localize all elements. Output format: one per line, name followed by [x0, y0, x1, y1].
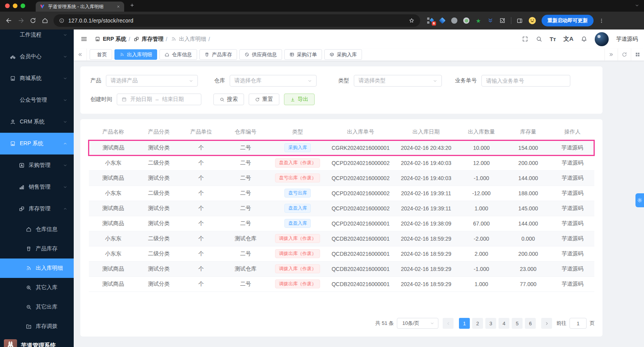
page-number-button[interactable]: 4: [499, 318, 509, 329]
table-row[interactable]: 小东东 二级分类 个 二号 调拨出库（作废） QCDB2024021600000…: [89, 246, 594, 261]
chevron-down-icon: [189, 78, 194, 83]
tabs-refresh-icon[interactable]: [618, 49, 631, 61]
sidebar-item[interactable]: 出入库明细: [0, 259, 74, 278]
sidebar-item[interactable]: 采购管理: [0, 154, 74, 176]
table-row[interactable]: 测试商品 测试分类 个 二号 调拨出库（作废） QCDB202402160000…: [89, 276, 594, 291]
search-icon[interactable]: [536, 36, 542, 42]
view-tab[interactable]: 产品库存: [199, 49, 237, 60]
table-row[interactable]: 测试商品 测试分类 个 二号 盘盈入库 QCPD20240216000001 2…: [89, 216, 594, 231]
breadcrumb-separator: /: [166, 36, 167, 42]
sidebar-item[interactable]: 销售管理: [0, 176, 74, 198]
view-tab[interactable]: 仓库信息: [159, 49, 197, 60]
page-number-button[interactable]: 2: [472, 318, 483, 329]
warehouse-select[interactable]: 请选择仓库: [230, 75, 317, 87]
cell-warehouse: 二号: [222, 140, 269, 155]
page-size-select[interactable]: 10条/页: [397, 318, 438, 329]
tab-icon: [119, 52, 125, 57]
page-number-button[interactable]: 6: [525, 318, 536, 329]
tab-search-icon[interactable]: [635, 3, 639, 8]
sidebar-item[interactable]: 工作流程: [0, 29, 74, 46]
new-tab-button[interactable]: [130, 3, 135, 8]
goto-page-input[interactable]: [570, 318, 587, 329]
cell-type: 调拨出库（作废）: [269, 246, 326, 261]
sidebar-item[interactable]: 库存调拨: [0, 317, 74, 336]
prev-page-button[interactable]: [443, 318, 454, 329]
page-number-button[interactable]: 5: [512, 318, 523, 329]
sidebar-item[interactable]: CRM 系统: [0, 111, 74, 133]
table-row[interactable]: 测试商品 测试分类 个 二号 盘亏出库（作废） QCPD202402160000…: [89, 170, 594, 186]
extension-icon[interactable]: [487, 17, 494, 24]
cell-operator: 芋道源码: [551, 140, 594, 155]
table-row[interactable]: 小东东 二级分类 个 二号 盘盈入库（作废） QCPD2024021600000…: [89, 155, 594, 170]
sidebar-item-icon: [18, 184, 25, 190]
reload-icon[interactable]: [29, 17, 36, 24]
sidebar-item-label: 其它出库: [36, 304, 68, 311]
username[interactable]: 芋道源码: [616, 36, 638, 43]
type-select[interactable]: 请选择类型: [354, 75, 442, 87]
home-icon[interactable]: [42, 17, 48, 24]
extension-icon[interactable]: 6: [427, 17, 434, 24]
browser-menu-icon[interactable]: [599, 18, 604, 24]
table-row[interactable]: 测试商品 测试分类 个 二号 盘盈入库 QCPD20240216000002 2…: [89, 201, 594, 216]
browser-profile-avatar[interactable]: [528, 16, 537, 25]
tabs-scroll-left-icon[interactable]: [74, 49, 87, 61]
browser-update-button[interactable]: 重新启动即可更新: [542, 15, 594, 26]
table-row[interactable]: 小东东 二级分类 个 测试仓库 调拨入库（作废） QCDB20240216000…: [89, 231, 594, 246]
tabs-scroll-right-icon[interactable]: [604, 49, 618, 61]
settings-drawer-button[interactable]: [635, 193, 644, 207]
sidebar-item[interactable]: 仓库信息: [0, 220, 74, 239]
zoom-window-button[interactable]: [21, 3, 25, 8]
bizno-input[interactable]: [481, 75, 570, 87]
extension-icon[interactable]: [439, 17, 446, 24]
reset-button[interactable]: 重置: [249, 94, 279, 105]
search-button[interactable]: 搜索: [213, 94, 244, 105]
page-number-button[interactable]: 1: [459, 318, 470, 329]
minimize-window-button[interactable]: [13, 3, 17, 8]
view-tab[interactable]: 首页: [90, 49, 112, 60]
tabs-menu-icon[interactable]: [631, 49, 644, 61]
extension-icon[interactable]: [463, 17, 470, 24]
bookmark-star-icon[interactable]: [409, 17, 415, 24]
view-tab[interactable]: 出入库明细: [114, 49, 157, 60]
view-tab[interactable]: 供应商信息: [239, 49, 282, 60]
extensions-puzzle-icon[interactable]: [499, 17, 506, 24]
export-button[interactable]: 导出: [284, 94, 315, 105]
sidebar-item[interactable]: 会员中心: [0, 46, 74, 68]
browser-tab[interactable]: 芋道管理系统 - 出入库明细: [36, 2, 124, 12]
next-page-button[interactable]: [541, 318, 552, 329]
user-avatar[interactable]: [595, 32, 609, 46]
table-row[interactable]: 测试商品 测试分类 个 测试仓库 调拨入库（作废） QCDB2024021600…: [89, 261, 594, 276]
sidebar-collapse-icon[interactable]: [80, 35, 88, 43]
sidebar-item[interactable]: 公众号管理: [0, 89, 74, 111]
sidebar-item[interactable]: ERP 系统: [0, 133, 74, 154]
cell-product-name: 小东东: [89, 186, 138, 201]
table-row[interactable]: 小东东 二级分类 个 二号 盘亏出库 QCPD20240216000002 20…: [89, 186, 594, 201]
product-select[interactable]: 请选择产品: [106, 75, 198, 87]
forward-icon[interactable]: [17, 17, 24, 24]
created-date-range[interactable]: 开始日期 – 结束日期: [117, 94, 201, 105]
page-number-button[interactable]: 3: [485, 318, 496, 329]
close-window-button[interactable]: [5, 3, 10, 8]
breadcrumb-item[interactable]: 库存管理 /: [133, 36, 167, 43]
sidebar-item[interactable]: 库存管理: [0, 198, 74, 220]
font-size-icon[interactable]: Tт: [550, 36, 556, 42]
tab-close-icon[interactable]: [116, 5, 120, 9]
fullscreen-icon[interactable]: [522, 36, 528, 42]
sidebar-item[interactable]: 产品库存: [0, 239, 74, 259]
back-icon[interactable]: [5, 17, 12, 24]
extension-icon[interactable]: [451, 17, 458, 24]
sidebar-item[interactable]: 其它出库: [0, 297, 74, 317]
address-bar[interactable]: 127.0.0.1/erp/stock/record: [54, 14, 420, 27]
notification-bell-icon[interactable]: [581, 36, 587, 42]
site-info-icon[interactable]: [59, 18, 64, 23]
sidebar-item[interactable]: 商城系统: [0, 68, 74, 89]
language-icon[interactable]: 文A: [563, 35, 573, 43]
table-row[interactable]: 测试商品 测试分类 个 二号 采购入库 CGRK20240216000001 2…: [89, 140, 594, 155]
extension-icon[interactable]: ★: [475, 17, 482, 24]
view-tab[interactable]: 采购订单: [284, 49, 322, 60]
side-panel-icon[interactable]: [516, 17, 523, 24]
breadcrumb-item[interactable]: ERP 系统 /: [95, 36, 130, 43]
sidebar-item[interactable]: 其它入库: [0, 278, 74, 297]
view-tab[interactable]: 采购入库: [324, 49, 362, 60]
breadcrumb-item[interactable]: 出入库明细 /: [171, 36, 210, 43]
